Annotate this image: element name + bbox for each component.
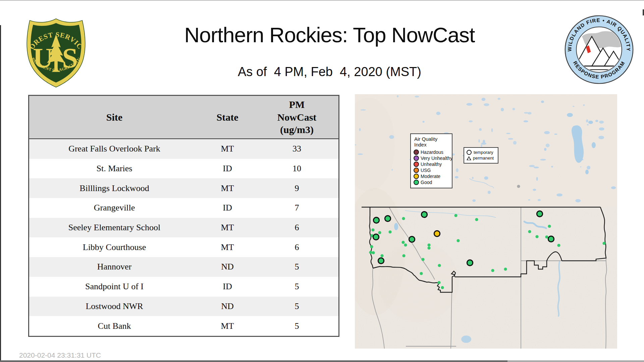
lake-blob [484,176,488,180]
cell-site: Cut Bank [29,321,200,331]
page-title: Northern Rockies: Top NowCast [15,23,644,47]
temporary-label: temporary [474,150,493,155]
cell-site: St. Maries [29,164,200,174]
monitor-marker-small [402,217,405,220]
cell-value: 6 [255,223,338,233]
table-row: Great Falls Overlook ParkMT33 [29,139,338,159]
aqi-item-label: Unhealthy [421,162,442,167]
monitor-marker-large [385,216,390,221]
monitor-marker-small [378,231,381,234]
cell-state: MT [200,144,255,154]
cell-value: 5 [255,262,338,272]
lake-blob [456,168,459,172]
lake-blob [583,104,585,106]
nowcast-table: Site State PM NowCast (ug/m3) Great Fall… [28,95,339,337]
aqi-legend-item: Very Unhealthy [414,155,450,161]
lake-blob [415,96,419,98]
table-row: Sandpoint U of IID5 [29,277,338,297]
cell-state: ID [200,282,255,292]
lake-blob [544,148,546,151]
flathead-lake [394,223,398,230]
lake-blob [587,166,590,170]
monitor-marker-small [475,218,478,221]
column-header-state: State [200,112,255,123]
page-bottom-border-light [507,360,644,362]
cell-state: MT [200,242,255,252]
monitor-marker-large [434,231,440,236]
map-canvas [355,94,617,349]
aqi-item-label: Good [421,180,432,185]
lake-blob [361,109,366,110]
page-left-border [0,25,1,362]
cell-state: MT [200,321,255,331]
lake-blob [501,108,504,111]
lake-blob [506,133,511,134]
generated-timestamp: 2020-02-04 23:31:31 UTC [19,351,101,359]
table-row: Billlings LockwoodMT9 [29,178,338,198]
lake-blob [491,128,493,132]
lake-blob [540,159,546,161]
lake-blob [551,166,553,168]
lake-blob [359,128,361,131]
monitor-marker-large [373,217,379,223]
aqi-legend-item: Hazardous [414,149,450,155]
lake-blob [472,199,476,202]
lake-blob [587,124,588,125]
lake-blob [599,127,604,130]
lake-blob [436,112,440,115]
cell-value: 6 [255,242,338,252]
aqi-legend-item: Moderate [414,173,450,179]
table-row: Libby CourthouseMT6 [29,237,338,257]
monitor-marker-large [378,258,384,263]
lake-blob [611,186,616,189]
lake-blob [498,98,501,100]
cell-site: Lostwood NWR [29,301,200,311]
column-header-site: Site [29,112,200,123]
cell-state: ND [200,262,255,272]
monitor-map: Air Quality Index HazardousVery Unhealth… [355,94,617,349]
aqi-legend-item: Good [414,179,450,185]
cell-site: Billlings Lockwood [29,183,200,193]
lake-blob [580,166,581,167]
lake-blob [469,120,473,122]
aqi-item-label: USG [421,168,431,173]
lake-blob [573,106,575,107]
lake-blob [536,177,538,181]
lake-blob [595,120,598,122]
lake-blob [528,199,530,200]
table-header-row: Site State PM NowCast (ug/m3) [29,96,338,139]
monitor-marker-small [380,254,383,257]
cell-value: 9 [255,183,338,193]
lake-blob [513,108,515,110]
monitor-marker-small [427,243,430,246]
lake-blob [533,189,536,191]
monitor-marker-small [427,246,430,249]
temporary-monitor-icon [467,150,472,155]
monitor-marker-small [548,225,551,228]
cell-state: MT [200,183,255,193]
monitor-marker-small [457,239,460,242]
monitor-marker-large [409,236,415,242]
aqi-item-label: Very Unhealthy [421,156,452,161]
monitor-marker-large [537,211,542,217]
lake-blob [483,140,485,143]
lake-blob [484,103,489,106]
cell-state: ND [200,301,255,311]
page-right-notch [643,9,644,15]
lake-blob [513,141,517,145]
monitor-marker-small [369,251,372,254]
lake-blob [481,98,485,101]
aqi-item-label: Hazardous [421,149,443,155]
table-row: Seeley Elementary SchoolMT6 [29,218,338,238]
monitor-marker-large [421,212,427,217]
monitor-marker-large [548,236,554,242]
monitor-marker-small [504,267,507,270]
monitor-marker-small [437,281,440,284]
cell-value: 5 [255,282,338,292]
aqi-color-dot-icon [414,180,419,185]
cell-site: Sandpoint U of I [29,282,200,292]
lake-blob [575,199,581,202]
table-body: Great Falls Overlook ParkMT33St. MariesI… [29,139,338,336]
lake-blob [544,131,550,134]
cell-state: ID [200,203,255,213]
